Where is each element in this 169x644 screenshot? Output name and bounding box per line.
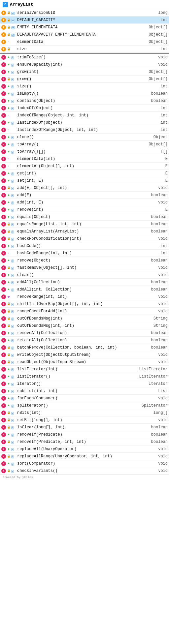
list-item[interactable]: m 🔒 s shiftTailOverGap(Object[], int, in… [0, 300, 169, 308]
list-item[interactable]: f 🔒 sf DEFAULT_CAPACITY int [0, 16, 169, 24]
member-type: E [165, 178, 168, 183]
list-item[interactable]: m ● s replaceAll(UnaryOperator) void [0, 445, 169, 453]
list-item[interactable]: m ● s removeAll(Collection) boolean [0, 329, 169, 337]
list-item[interactable]: f 🔒 sf DEFAULTCAPACITY_EMPTY_ELEMENTDATA… [0, 31, 169, 38]
member-type: Object[] [149, 70, 168, 74]
list-item[interactable]: m ● s sort(Comparator) void [0, 460, 169, 467]
member-type: Object[] [149, 40, 168, 44]
list-item[interactable]: m ● s add(E) boolean [0, 192, 169, 199]
list-item[interactable]: m ● s toArray() Object[] [0, 141, 169, 148]
visibility-icon: ● [7, 70, 11, 74]
member-type: int [160, 251, 168, 256]
list-item[interactable]: m ● s forEach(Consumer) void [0, 395, 169, 402]
m-icon: m [1, 265, 6, 270]
list-item[interactable]: m ● s clone() Object [0, 134, 169, 141]
modifier-icon: s [11, 91, 14, 96]
m-icon: m [1, 382, 6, 386]
list-item[interactable]: m 🔒 s readObject(ObjectInputStream) void [0, 358, 169, 366]
list-item[interactable]: f 🔒 sf serialVersionUID long [0, 9, 169, 16]
list-item[interactable]: m ● s indexOf(Object) int [0, 105, 169, 112]
list-item[interactable]: m ● s clear() void [0, 271, 169, 279]
list-item[interactable]: m 🔒 s nBits(int) long[] [0, 409, 169, 416]
list-item[interactable]: m 🔒 s writeObject(ObjectOutputStream) vo… [0, 351, 169, 358]
modifier-icon: s [11, 273, 14, 277]
list-item[interactable]: m ● s ensureCapacity(int) void [0, 61, 169, 68]
icon-group: m 🔒 s [1, 418, 17, 422]
list-item[interactable]: m ● s grow(int) Object[] [0, 68, 169, 76]
list-item[interactable]: m ◦ elementData(int) E [0, 155, 169, 163]
list-item[interactable]: m 🔒 s replaceAllRange(UnaryOperator, int… [0, 453, 169, 460]
footer: Powered by yFiles [0, 475, 169, 480]
list-item[interactable]: m 🔒 s fastRemove(Object[], int) void [0, 264, 169, 271]
list-item[interactable]: m ● s remove(Object) boolean [0, 257, 169, 264]
list-item[interactable]: m ● s size() int [0, 83, 169, 90]
member-name: addAll(int, Collection) [17, 287, 149, 292]
list-item[interactable]: m ◦ lastIndexOfRange(Object, int, int) i… [0, 126, 169, 134]
list-item[interactable]: m 🔒 s setBit(long[], int) void [0, 416, 169, 424]
list-item[interactable]: m 🔒 s isClear(long[], int) boolean [0, 424, 169, 431]
member-name: toArray(T[]) [17, 149, 158, 154]
list-item[interactable]: m ● s listIterator() ListIterator [0, 373, 169, 380]
modifier-icon: s [11, 265, 14, 270]
m-icon: m [1, 273, 6, 277]
list-item[interactable]: m ● s contains(Object) boolean [0, 97, 169, 105]
list-item[interactable]: m 🔒 s equalsArrayList(ArrayList) boolean [0, 228, 169, 235]
visibility-icon: 🔒 [7, 230, 11, 233]
list-item[interactable]: m 🔒 s add(E, Object[], int) void [0, 184, 169, 192]
list-item[interactable]: m ● s set(int, E) E [0, 177, 169, 184]
list-item[interactable]: m 🔒 s grow() Object[] [0, 76, 169, 83]
visibility-icon: ● [7, 280, 11, 284]
modifier-icon: s [11, 360, 14, 364]
list-item[interactable]: m 🔒 s batchRemove(Collection, boolean, i… [0, 344, 169, 351]
list-item[interactable]: m ◦ elementAt(Object[], int) E [0, 163, 169, 170]
modifier-icon: s [11, 222, 14, 227]
member-name: removeIf(Predicate) [17, 432, 149, 437]
list-item[interactable]: m 🔒 s checkForComodification(int) void [0, 235, 169, 242]
member-name: nBits(int) [17, 411, 151, 415]
list-item[interactable]: m ● s equals(Object) boolean [0, 213, 169, 221]
list-item[interactable]: m ● s listIterator(int) ListIterator [0, 366, 169, 373]
list-item[interactable]: m ◦ indexOfRange(Object, int, int) int [0, 112, 169, 119]
list-item[interactable]: m 🔒 s rangeCheckForAdd(int) void [0, 308, 169, 315]
modifier-icon: s [11, 135, 14, 139]
list-item[interactable]: m ● s addAll(int, Collection) boolean [0, 286, 169, 293]
list-item[interactable]: m ● s get(int) E [0, 170, 169, 177]
visibility-icon: 🔒 [7, 47, 11, 51]
list-item[interactable]: m 🔒 s checkInvariants() void [0, 467, 169, 475]
modifier-icon: s [11, 403, 14, 408]
icon-group: f 🔒 sf [1, 25, 17, 30]
list-item[interactable]: m ● s addAll(Collection) boolean [0, 279, 169, 286]
member-name: add(int, E) [17, 200, 155, 205]
list-item[interactable]: m ● s isEmpty() boolean [0, 90, 169, 97]
list-item[interactable]: m ● s subList(int, int) List [0, 387, 169, 395]
list-item[interactable]: m ◦ hashCodeRange(int, int) int [0, 250, 169, 257]
list-item[interactable]: m 🔒 s outOfBoundsMsg(int, int) String [0, 322, 169, 329]
icon-group: m ◦ [1, 157, 17, 161]
list-item[interactable]: m ● s remove(int) E [0, 206, 169, 213]
list-item[interactable]: m ● s trimToSize() void [0, 54, 169, 61]
list-item[interactable]: m ● s spliterator() Spliterator [0, 402, 169, 409]
icon-group: m ● s [1, 70, 17, 74]
list-item[interactable]: m 🔒 s outOfBoundsMsg(int) String [0, 315, 169, 322]
member-name: replaceAllRange(UnaryOperator, int, int) [17, 454, 155, 459]
list-item[interactable]: m ● s lastIndexOf(Object) int [0, 119, 169, 126]
list-item[interactable]: m ● s iterator() Iterator [0, 380, 169, 387]
m-icon: m [1, 389, 6, 393]
visibility-icon: ● [7, 396, 11, 400]
list-item[interactable]: f 🔒 size int [0, 46, 169, 53]
list-item[interactable]: m ● s add(int, E) void [0, 199, 169, 206]
member-type: boolean [151, 338, 168, 343]
list-item[interactable]: f ◦ elementData Object[] [0, 38, 169, 46]
list-item[interactable]: m ⊕ removeRange(int, int) void [0, 293, 169, 300]
member-name: indexOf(Object) [17, 106, 158, 110]
list-item[interactable]: m ● s removeIf(Predicate) boolean [0, 431, 169, 438]
member-name: DEFAULT_CAPACITY [17, 18, 158, 22]
icon-group: m ● s [1, 149, 17, 154]
list-item[interactable]: m ● s hashCode() int [0, 242, 169, 250]
list-item[interactable]: m ● s toArray(T[]) T[] [0, 148, 169, 155]
list-item[interactable]: m ● s retainAll(Collection) boolean [0, 337, 169, 344]
list-item[interactable]: f 🔒 sf EMPTY_ELEMENTDATA Object[] [0, 24, 169, 31]
list-item[interactable]: m 🔒 s equalsRange(List, int, int) boolea… [0, 221, 169, 228]
list-item[interactable]: m 🔒 s removeIf(Predicate, int, int) bool… [0, 438, 169, 445]
m-icon: m [1, 360, 6, 364]
